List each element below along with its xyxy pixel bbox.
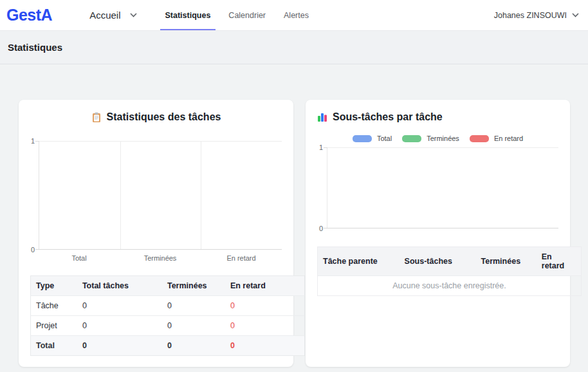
col-total-taches: Total tâches [77, 276, 162, 296]
nav-accueil-label: Accueil [89, 10, 120, 21]
legend-swatch-total [353, 135, 372, 142]
top-navigation-bar: GestA Accueil Statistiques Calendrier Al… [0, 0, 588, 31]
table-header-row: Tâche parente Sous-tâches Terminées En r… [318, 247, 582, 276]
col-en-retard: En retard [225, 276, 305, 296]
legend-label-en-retard: En retard [494, 135, 523, 142]
table-header-row: Type Total tâches Terminées En retard [31, 276, 305, 296]
legend-swatch-terminees [402, 135, 421, 142]
col-en-retard: En retard [537, 247, 582, 276]
chevron-down-icon [572, 13, 579, 17]
main-content: Statistiques des tâches 1 0 Total Termin… [0, 64, 588, 367]
card-sous-taches-par-tache: Sous-tâches par tâche Total Terminées En… [306, 100, 570, 367]
left-chart-plot-area [39, 141, 282, 250]
user-name: Johanes ZINSOUWI [494, 11, 567, 20]
left-chart-ytick-max: 1 [22, 137, 35, 145]
table-row-projet: Projet 0 0 0 [31, 316, 305, 336]
col-terminees: Terminées [162, 276, 225, 296]
table-row-tache: Tâche 0 0 0 [31, 296, 305, 316]
cell-total: 0 [77, 296, 162, 316]
legend-swatch-en-retard [470, 135, 489, 142]
right-chart-ytick-max: 1 [310, 144, 323, 151]
axis-tick [35, 249, 39, 250]
legend-item-terminees[interactable]: Terminées [402, 135, 459, 142]
x-label-enretard: En retard [201, 254, 282, 262]
clipboard-icon [91, 112, 102, 123]
empty-state-message: Aucune sous-tâche enregistrée. [318, 276, 582, 296]
cell-type: Projet [31, 316, 77, 336]
col-terminees: Terminées [475, 247, 536, 276]
cell-terminees: 0 [162, 296, 225, 316]
tab-calendrier[interactable]: Calendrier [219, 0, 275, 30]
axis-tick [35, 141, 39, 142]
cell-en-retard: 0 [225, 296, 305, 316]
tab-alertes[interactable]: Alertes [275, 0, 318, 30]
left-card-title: Statistiques des tâches [30, 111, 282, 123]
bar-chart-icon [317, 112, 327, 122]
empty-state-row: Aucune sous-tâche enregistrée. [318, 276, 582, 296]
left-chart-ytick-min: 0 [22, 246, 35, 254]
x-label-total: Total [39, 254, 120, 262]
brand-logo[interactable]: GestA [0, 6, 59, 24]
tab-statistiques[interactable]: Statistiques [156, 0, 220, 30]
col-type: Type [31, 276, 77, 296]
left-card-title-text: Statistiques des tâches [107, 111, 221, 123]
right-chart-plot-area [327, 147, 558, 228]
left-chart-x-labels: Total Terminées En retard [39, 254, 282, 262]
legend-label-terminees: Terminées [427, 135, 459, 142]
subtasks-table: Tâche parente Sous-tâches Terminées En r… [317, 246, 582, 296]
cell-total: 0 [77, 316, 162, 336]
table-row-total: Total 0 0 0 [31, 336, 305, 356]
cell-type: Total [31, 336, 77, 356]
legend-item-total[interactable]: Total [353, 135, 392, 142]
page-title-bar: Statistiques [0, 31, 588, 64]
tasks-summary-table: Type Total tâches Terminées En retard Tâ… [30, 275, 305, 356]
axis-tick [324, 147, 327, 148]
tab-statistiques-label: Statistiques [165, 11, 211, 20]
card-statistiques-des-taches: Statistiques des tâches 1 0 Total Termin… [19, 100, 293, 367]
right-card-title: Sous-tâches par tâche [317, 111, 558, 123]
tab-calendrier-label: Calendrier [228, 11, 266, 20]
cell-en-retard: 0 [225, 336, 305, 356]
nav-item-accueil[interactable]: Accueil [89, 10, 136, 21]
gridline [120, 142, 121, 249]
legend-label-total: Total [377, 135, 392, 142]
col-sous-taches: Sous-tâches [400, 247, 476, 276]
right-card-title-text: Sous-tâches par tâche [333, 111, 443, 123]
gridline [201, 142, 201, 249]
cell-en-retard: 0 [225, 316, 305, 336]
cell-type: Tâche [31, 296, 77, 316]
x-label-terminees: Terminées [120, 254, 201, 262]
cell-terminees: 0 [162, 316, 225, 336]
main-nav: Accueil Statistiques Calendrier Alertes [89, 0, 318, 30]
tab-alertes-label: Alertes [284, 11, 309, 20]
cell-total: 0 [77, 336, 162, 356]
user-menu[interactable]: Johanes ZINSOUWI [494, 11, 579, 20]
col-tache-parente: Tâche parente [318, 247, 400, 276]
cell-terminees: 0 [162, 336, 225, 356]
axis-tick [324, 228, 327, 228]
legend-item-en-retard[interactable]: En retard [470, 135, 523, 142]
subtasks-chart-legend: Total Terminées En retard [306, 135, 570, 142]
chevron-down-icon [130, 13, 137, 17]
page-title: Statistiques [8, 42, 62, 53]
right-chart-ytick-min: 0 [310, 225, 323, 232]
